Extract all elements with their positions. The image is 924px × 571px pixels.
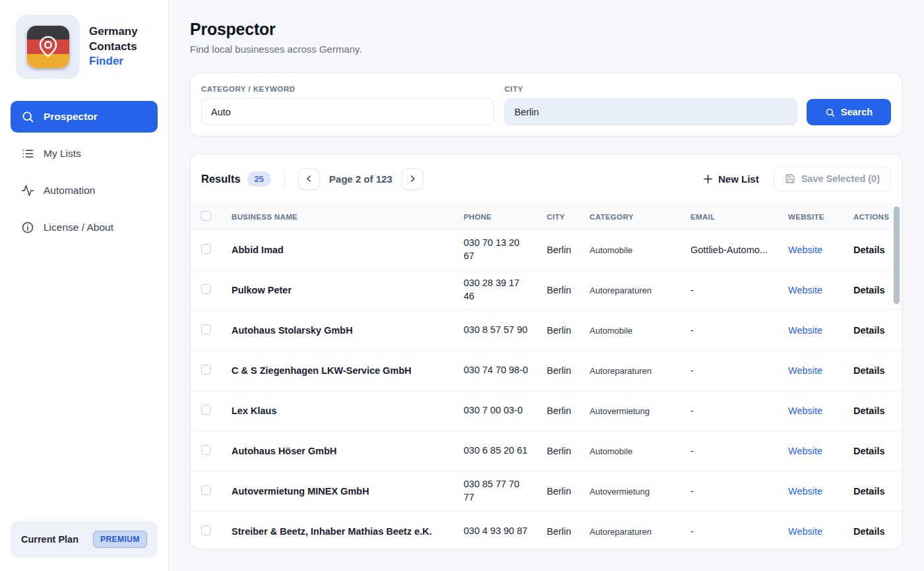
city-cell: Berlin (538, 245, 580, 255)
sidebar: Germany Contacts Finder Prospector My Li… (0, 0, 169, 571)
app-title: Germany Contacts Finder (89, 24, 138, 69)
page-subtitle: Find local businesses across Germany. (190, 44, 902, 55)
email-cell: - (681, 526, 779, 537)
website-link[interactable]: Website (788, 325, 822, 336)
city-field-group: CITY (505, 85, 797, 125)
phone-cell: 030 6 85 20 61 (454, 444, 538, 458)
category-cell: Autoreparaturen (580, 366, 681, 376)
business-name-cell: Lex Klaus (222, 406, 454, 416)
table-row: Abbid Imad 030 70 13 20 67 Berlin Automo… (191, 230, 902, 270)
chevron-left-icon (305, 174, 314, 183)
sidebar-nav: Prospector My Lists Automation License /… (11, 101, 158, 243)
list-icon (21, 147, 34, 160)
email-cell: - (681, 285, 779, 295)
website-link[interactable]: Website (788, 446, 822, 456)
results-panel: Results 25 Page 2 of 123 New List Save S… (190, 154, 902, 549)
category-label: CATEGORY / KEYWORD (201, 85, 494, 93)
phone-cell: 030 70 13 20 67 (454, 237, 538, 262)
business-name-cell: Abbid Imad (222, 245, 454, 255)
row-checkbox[interactable] (201, 365, 211, 375)
main-content: Prospector Find local businesses across … (169, 0, 924, 571)
details-button[interactable]: Details (853, 285, 885, 295)
prev-page-button[interactable] (298, 168, 320, 190)
new-list-button[interactable]: New List (702, 173, 759, 185)
app-logo (16, 15, 80, 79)
details-button[interactable]: Details (853, 245, 885, 255)
next-page-button[interactable] (402, 168, 423, 190)
table-row: Autohaus Höser GmbH 030 6 85 20 61 Berli… (191, 431, 902, 471)
website-link[interactable]: Website (788, 526, 822, 537)
info-icon (21, 221, 34, 234)
details-button[interactable]: Details (853, 406, 885, 416)
email-cell: - (681, 486, 779, 496)
column-header-city: CITY (538, 213, 580, 221)
website-link[interactable]: Website (788, 486, 822, 496)
divider (284, 170, 285, 187)
city-input[interactable] (505, 98, 797, 125)
table-row: Autovermietung MINEX GmbH 030 85 77 70 7… (191, 471, 902, 512)
category-cell: Autoreparaturen (580, 286, 681, 295)
city-cell: Berlin (538, 446, 580, 456)
sidebar-item-automation[interactable]: Automation (11, 175, 158, 206)
email-cell: - (681, 406, 779, 416)
page-indicator: Page 2 of 123 (329, 173, 392, 185)
website-link[interactable]: Website (788, 406, 822, 416)
city-cell: Berlin (538, 526, 580, 537)
website-link[interactable]: Website (788, 365, 822, 376)
category-cell: Automobile (580, 446, 681, 456)
row-checkbox[interactable] (201, 445, 211, 455)
table-row: Lex Klaus 030 7 00 03-0 Berlin Autovermi… (191, 391, 902, 431)
save-icon (785, 173, 795, 184)
current-plan-box: Current Plan PREMIUM (11, 521, 158, 558)
search-icon (825, 107, 835, 117)
details-button[interactable]: Details (853, 526, 885, 537)
brand: Germany Contacts Finder (16, 15, 158, 79)
premium-badge: PREMIUM (93, 531, 147, 548)
row-checkbox[interactable] (201, 244, 211, 254)
email-cell: - (681, 365, 779, 376)
search-button[interactable]: Search (807, 99, 891, 125)
details-button[interactable]: Details (853, 325, 885, 336)
website-link[interactable]: Website (788, 285, 822, 295)
results-count-badge: 25 (247, 171, 271, 187)
sidebar-item-prospector[interactable]: Prospector (11, 101, 158, 133)
results-title: Results (201, 173, 241, 185)
row-checkbox[interactable] (201, 284, 211, 294)
table-header: BUSINESS NAME PHONE CITY CATEGORY EMAIL … (191, 203, 902, 230)
chevron-right-icon (408, 174, 417, 183)
table-row: C & S Ziegenhagen LKW-Service GmbH 030 7… (191, 351, 902, 391)
business-name-cell: Autovermietung MINEX GmbH (222, 486, 454, 496)
select-all-checkbox[interactable] (201, 211, 211, 221)
column-header-category: CATEGORY (580, 213, 681, 221)
column-header-email: EMAIL (681, 213, 779, 221)
save-selected-button[interactable]: Save Selected (0) (774, 166, 891, 191)
phone-cell: 030 28 39 17 46 (454, 277, 538, 303)
email-cell: - (681, 325, 779, 336)
city-cell: Berlin (538, 406, 580, 416)
business-name-cell: Streiber & Beetz, Inhaber Mathias Beetz … (222, 526, 454, 537)
row-checkbox[interactable] (201, 324, 211, 334)
category-cell: Autoreparaturen (580, 527, 681, 537)
sidebar-item-my-lists[interactable]: My Lists (11, 138, 158, 169)
business-name-cell: Autohaus Höser GmbH (222, 446, 454, 456)
details-button[interactable]: Details (853, 446, 885, 456)
business-name-cell: Autohaus Stolarsky GmbH (222, 325, 454, 336)
category-cell: Autovermietung (580, 487, 681, 496)
phone-cell: 030 7 00 03-0 (454, 404, 538, 417)
row-checkbox[interactable] (201, 405, 211, 415)
category-keyword-input[interactable] (201, 98, 494, 125)
search-icon (21, 110, 34, 123)
city-cell: Berlin (538, 285, 580, 295)
table-scrollbar-thumb[interactable] (894, 206, 900, 304)
table-row: Streiber & Beetz, Inhaber Mathias Beetz … (191, 512, 902, 549)
website-link[interactable]: Website (788, 245, 822, 255)
row-checkbox[interactable] (201, 485, 211, 495)
details-button[interactable]: Details (853, 486, 885, 496)
sidebar-item-license-about[interactable]: License / About (11, 212, 158, 243)
phone-cell: 030 8 57 57 90 (454, 324, 538, 337)
germany-flag-pin-icon (27, 26, 69, 68)
column-header-business-name: BUSINESS NAME (222, 213, 454, 221)
row-checkbox[interactable] (201, 526, 211, 535)
details-button[interactable]: Details (853, 365, 885, 376)
phone-cell: 030 4 93 90 87 (454, 525, 538, 538)
